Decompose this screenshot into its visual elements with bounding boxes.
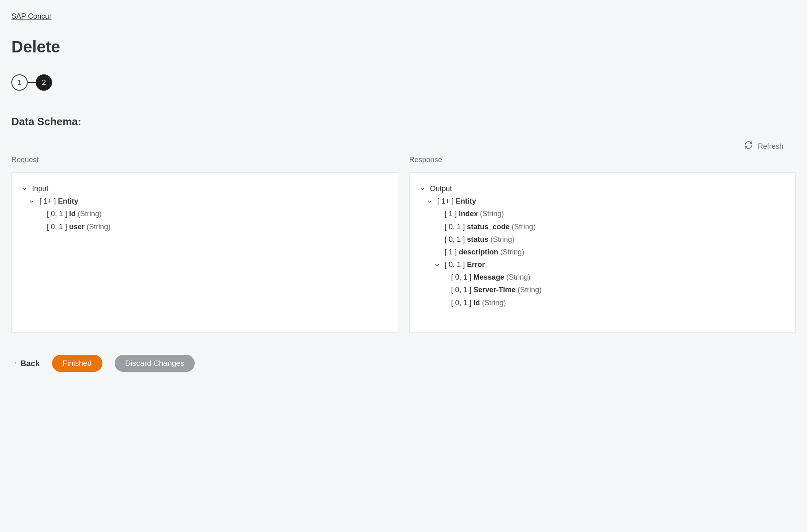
refresh-label: Refresh: [758, 141, 783, 152]
step-1[interactable]: 1: [11, 74, 28, 91]
tree-row-field: [ 0, 1 ] user (String): [21, 221, 389, 233]
back-button[interactable]: Back: [14, 358, 40, 369]
tree-row-entity: [ 1+ ] Entity: [419, 195, 787, 208]
breadcrumb-link[interactable]: SAP Concur: [11, 11, 52, 22]
back-label: Back: [20, 358, 40, 369]
response-panel: Output [ 1+ ] Entity [ 1 ] index: [409, 172, 796, 333]
chevron-down-icon[interactable]: [426, 198, 433, 205]
chevron-down-icon[interactable]: [28, 198, 35, 205]
tree-row-field: [ 0, 1 ] Server-Time (String): [419, 284, 787, 296]
section-title: Data Schema:: [11, 114, 796, 129]
tree-row-field: [ 1 ] index (String): [419, 208, 787, 220]
tree-node-label: Input: [32, 184, 48, 194]
tree-node-label: [ 0, 1 ] Server-Time (String): [451, 285, 542, 295]
response-label: Response: [409, 155, 796, 165]
refresh-button[interactable]: Refresh: [744, 141, 783, 152]
tree-row-output: Output: [419, 182, 787, 195]
tree-node-label: [ 1 ] description (String): [445, 247, 524, 257]
chevron-down-icon[interactable]: [21, 185, 28, 193]
tree-node-label: [ 1+ ] Entity: [39, 196, 78, 206]
tree-row-entity: [ 1+ ] Entity: [21, 195, 389, 208]
tree-node-label: [ 0, 1 ] Id (String): [451, 298, 506, 308]
tree-node-label: [ 0, 1 ] id (String): [47, 209, 102, 219]
page-title: Delete: [11, 35, 796, 58]
tree-row-field: [ 0, 1 ] Id (String): [419, 297, 787, 309]
step-connector: [28, 82, 36, 83]
response-column: Response Output [ 1+ ] Entity: [409, 155, 796, 333]
finished-button[interactable]: Finished: [52, 355, 102, 372]
tree-node-label: [ 0, 1 ] Error: [445, 260, 485, 270]
chevron-down-icon[interactable]: [419, 185, 426, 193]
refresh-icon: [744, 141, 753, 152]
tree-row-field: [ 0, 1 ] Message (String): [419, 271, 787, 284]
request-label: Request: [11, 155, 398, 165]
request-column: Request Input [ 1+ ] Entity: [11, 155, 398, 333]
tree-node-label: Output: [430, 184, 452, 194]
tree-row-field: [ 0, 1 ] status (String): [419, 233, 787, 246]
tree-node-label: [ 1 ] index (String): [445, 209, 504, 219]
discard-changes-button[interactable]: Discard Changes: [115, 355, 195, 372]
tree-row-field: [ 0, 1 ] status_code (String): [419, 221, 787, 233]
tree-row-error: [ 0, 1 ] Error: [419, 258, 787, 271]
tree-node-label: [ 0, 1 ] status_code (String): [445, 222, 536, 232]
chevron-down-icon[interactable]: [433, 261, 441, 269]
tree-row-input: Input: [21, 182, 389, 195]
tree-node-label: [ 1+ ] Entity: [437, 196, 476, 206]
tree-row-field: [ 1 ] description (String): [419, 246, 787, 258]
step-2[interactable]: 2: [36, 74, 52, 91]
stepper: 1 2: [11, 74, 796, 91]
request-panel: Input [ 1+ ] Entity [ 0, 1 ] id: [11, 172, 398, 333]
tree-node-label: [ 0, 1 ] status (String): [445, 235, 515, 245]
tree-node-label: [ 0, 1 ] Message (String): [451, 272, 531, 282]
chevron-left-icon: [14, 358, 18, 369]
tree-row-field: [ 0, 1 ] id (String): [21, 208, 389, 220]
tree-node-label: [ 0, 1 ] user (String): [47, 222, 111, 232]
